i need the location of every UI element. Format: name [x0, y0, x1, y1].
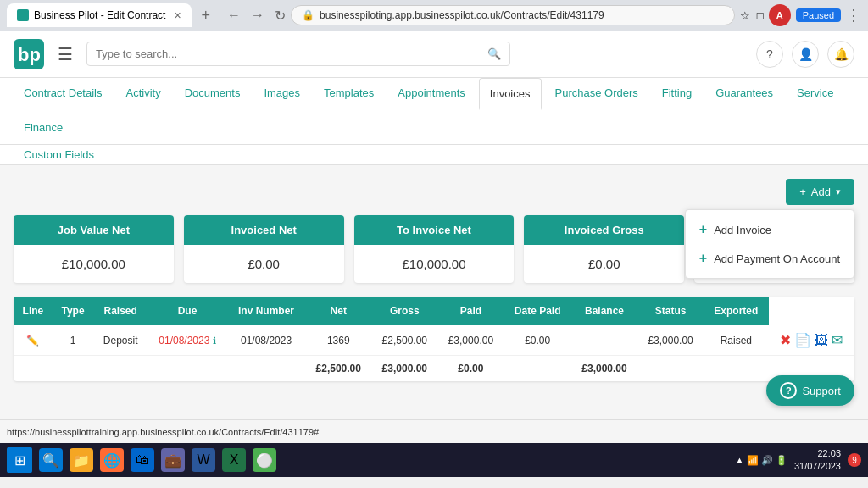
lock-icon: 🔒: [302, 9, 314, 21]
stat-card-to-invoice-net: To Invoice Net £10,000.00: [354, 215, 515, 283]
row-gross-cell: £3,000.00: [437, 325, 504, 356]
tab-finance[interactable]: Finance: [14, 113, 73, 144]
notification-badge[interactable]: 9: [848, 453, 861, 467]
footer-net: £2,500.00: [305, 356, 371, 382]
tab-service[interactable]: Service: [787, 78, 843, 109]
tab-templates[interactable]: Templates: [314, 78, 384, 109]
bookmark-icon[interactable]: ☆: [740, 9, 750, 22]
notifications-button[interactable]: 🔔: [827, 41, 854, 68]
main-content: + Add + Add Invoice + Add Payment On Acc…: [0, 165, 868, 419]
tab-guarantees[interactable]: Guarantees: [705, 78, 783, 109]
col-inv-number-header: Inv Number: [227, 297, 305, 325]
add-invoice-item[interactable]: + Add Invoice: [686, 215, 854, 244]
stat-card-invoiced-net-value: £0.00: [184, 245, 344, 283]
taskbar-chrome[interactable]: ⚪: [253, 448, 276, 472]
taskbar-teams[interactable]: 💼: [161, 448, 185, 472]
tab-appointments[interactable]: Appointments: [387, 78, 476, 109]
profile-button[interactable]: A: [769, 4, 791, 26]
col-balance-header: Balance: [571, 297, 637, 325]
taskbar-word-icon: W: [197, 452, 209, 468]
hamburger-menu-button[interactable]: ☰: [58, 44, 73, 64]
export-email-icon[interactable]: ✉: [832, 332, 843, 348]
taskbar-search[interactable]: 🔍: [39, 448, 63, 472]
row-inv-number-cell: 1369: [305, 325, 371, 356]
col-date-paid-header: Date Paid: [504, 297, 571, 325]
search-icon: 🔍: [487, 47, 501, 60]
tab-close-button[interactable]: ×: [174, 8, 181, 22]
stat-card-invoiced-net: Invoiced Net £0.00: [184, 215, 344, 283]
taskbar-files[interactable]: 📁: [70, 448, 93, 472]
extension-icon[interactable]: □: [757, 9, 764, 22]
add-invoice-label: Add Invoice: [714, 224, 771, 236]
add-dropdown-menu: + Add Invoice + Add Payment On Account: [685, 209, 854, 279]
app-logo: bp: [14, 39, 44, 69]
edit-row-icon[interactable]: ✏️: [26, 335, 39, 347]
export-icons: ✖ 📄 🖼 ✉: [776, 332, 848, 348]
address-bar-icons: ☆ □: [740, 9, 764, 22]
custom-fields-link[interactable]: Custom Fields: [14, 143, 104, 166]
status-bar: https://businesspilottraining.app.busine…: [0, 419, 868, 443]
start-button[interactable]: ⊞: [7, 447, 32, 473]
row-balance-cell: £3,000.00: [637, 325, 704, 356]
col-raised-header: Raised: [93, 297, 147, 325]
taskbar-browser[interactable]: 🌐: [100, 448, 124, 472]
stat-card-invoiced-gross: Invoiced Gross £0.00: [524, 215, 684, 283]
col-status-header: Status: [637, 297, 704, 325]
tab-documents[interactable]: Documents: [175, 78, 251, 109]
nav-tabs: Contract Details Activity Documents Imag…: [0, 78, 868, 145]
tab-invoices[interactable]: Invoices: [479, 78, 542, 110]
export-pdf-icon[interactable]: 📄: [794, 332, 811, 348]
custom-fields-bar: Custom Fields: [0, 145, 868, 165]
col-gross-header: Gross: [371, 297, 437, 325]
taskbar-clock: 22:03 31/07/2023: [794, 447, 841, 474]
status-url: https://businesspilottraining.app.busine…: [7, 427, 319, 437]
tab-purchase-orders[interactable]: Purchase Orders: [545, 78, 648, 109]
tab-fitting[interactable]: Fitting: [652, 78, 702, 109]
tab-images[interactable]: Images: [253, 78, 310, 109]
taskbar-excel[interactable]: X: [222, 448, 246, 472]
tab-title: Business Pilot - Edit Contract: [34, 9, 165, 21]
export-img-icon[interactable]: 🖼: [815, 333, 828, 348]
footer-date-paid: [504, 356, 571, 382]
user-button[interactable]: 👤: [792, 41, 819, 68]
tab-contract-details[interactable]: Contract Details: [14, 78, 112, 109]
browser-tab[interactable]: Business Pilot - Edit Contract ×: [7, 3, 192, 27]
back-button[interactable]: ←: [227, 8, 241, 23]
row-type-cell: Deposit: [93, 325, 147, 356]
row-line-cell: 1: [53, 325, 94, 356]
delete-icon[interactable]: ✖: [780, 332, 791, 348]
taskbar-time-display: 22:03: [794, 447, 841, 460]
add-payment-label: Add Payment On Account: [714, 252, 840, 265]
stat-card-invoiced-gross-header: Invoiced Gross: [524, 215, 684, 245]
taskbar-folder-icon: 📁: [73, 452, 90, 469]
taskbar-date-display: 31/07/2023: [794, 460, 841, 473]
col-line-header: Line: [14, 297, 53, 325]
taskbar-search-icon: 🔍: [42, 452, 59, 469]
stat-card-job-value-net: Job Value Net £10,000.00: [14, 215, 174, 283]
search-input[interactable]: [96, 47, 482, 60]
footer-balance: £3,000.00: [571, 356, 637, 382]
footer-gross: £3,000.00: [371, 356, 437, 382]
row-exported-cell: ✖ 📄 🖼 ✉: [769, 325, 854, 356]
add-button[interactable]: + Add: [786, 179, 854, 205]
add-payment-item[interactable]: + Add Payment On Account: [686, 244, 854, 273]
taskbar-browser-icon: 🌐: [103, 452, 120, 469]
tab-activity[interactable]: Activity: [115, 78, 170, 109]
stat-card-invoiced-gross-value: £0.00: [524, 245, 684, 283]
footer-empty: [14, 356, 305, 382]
taskbar-teams-icon: 💼: [164, 452, 181, 469]
support-circle-icon: ?: [780, 382, 797, 399]
stat-card-job-value-net-header: Job Value Net: [14, 215, 174, 245]
stat-card-invoiced-net-header: Invoiced Net: [184, 215, 344, 245]
refresh-button[interactable]: ↻: [275, 8, 286, 24]
row-info-icon[interactable]: ℹ: [213, 336, 216, 346]
svg-text:bp: bp: [18, 44, 41, 65]
taskbar-store[interactable]: 🛍: [131, 448, 154, 472]
help-button[interactable]: ?: [756, 41, 783, 68]
taskbar-word[interactable]: W: [192, 448, 215, 472]
browser-menu-button[interactable]: ⋮: [846, 6, 861, 25]
address-bar[interactable]: 🔒 businesspiloting.app.businesspilot.co.…: [291, 5, 735, 25]
support-button[interactable]: ? Support: [766, 375, 854, 406]
new-tab-button[interactable]: +: [197, 5, 216, 26]
forward-button[interactable]: →: [251, 8, 264, 23]
